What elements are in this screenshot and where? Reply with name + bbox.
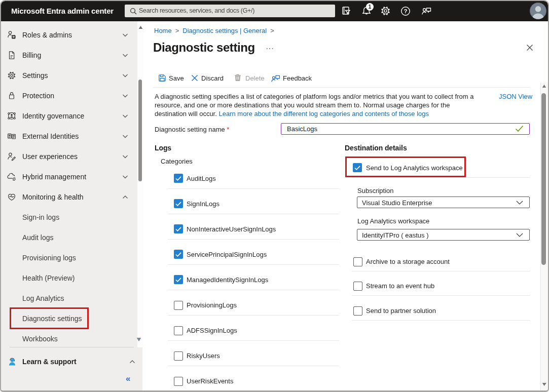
svg-text:?: ?	[404, 8, 407, 14]
